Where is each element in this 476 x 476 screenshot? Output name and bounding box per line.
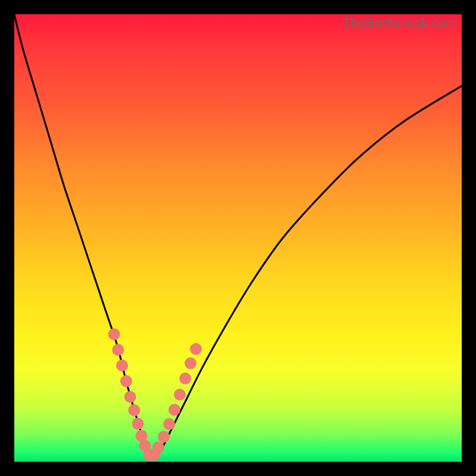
highlight-dot bbox=[132, 418, 144, 430]
highlight-dot bbox=[124, 391, 136, 403]
highlight-dot bbox=[190, 343, 202, 355]
highlight-dot bbox=[129, 405, 140, 416]
highlight-dot bbox=[179, 372, 191, 384]
highlight-dot bbox=[158, 431, 170, 443]
highlight-dot bbox=[174, 389, 186, 400]
highlight-dot bbox=[184, 358, 196, 369]
chart-plot-area: TheBottleneck.com bbox=[14, 14, 462, 462]
highlight-dot bbox=[120, 375, 132, 387]
highlight-dot bbox=[116, 359, 128, 371]
highlight-dot bbox=[108, 328, 120, 340]
chart-frame: TheBottleneck.com bbox=[0, 0, 476, 476]
highlight-dot bbox=[168, 404, 180, 416]
highlight-dot bbox=[163, 418, 175, 430]
highlight-dot bbox=[112, 344, 124, 356]
highlight-dot bbox=[152, 441, 164, 453]
bottleneck-curve bbox=[14, 14, 462, 458]
chart-overlay bbox=[14, 14, 462, 462]
